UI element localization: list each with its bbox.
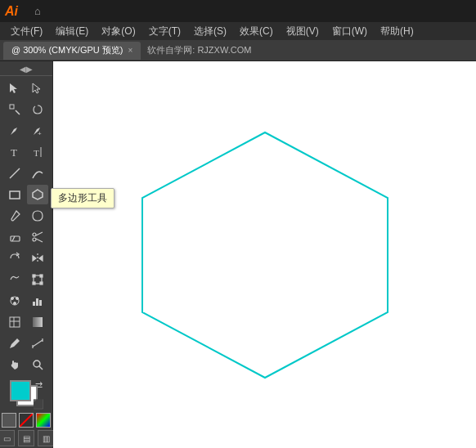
draw-behind-icon[interactable]: ▤: [18, 430, 34, 446]
menu-text[interactable]: 文字(T): [143, 23, 186, 40]
svg-line-37: [39, 366, 43, 370]
home-icon[interactable]: ⌂: [34, 5, 41, 17]
no-fill-box[interactable]: [19, 413, 34, 428]
gradient-tool[interactable]: [27, 312, 48, 332]
bottom-icons: ▭ ▤ ▥: [0, 430, 54, 446]
svg-rect-6: [10, 191, 20, 199]
menu-effect[interactable]: 效果(C): [234, 23, 279, 40]
polygon-tool[interactable]: [27, 185, 48, 204]
menu-help[interactable]: 帮助(H): [375, 23, 420, 40]
menu-select[interactable]: 选择(S): [188, 23, 232, 40]
rectangle-tool[interactable]: [4, 185, 25, 204]
tool-row-3: +: [0, 121, 52, 141]
menu-bar: 文件(F) 编辑(E) 对象(O) 文字(T) 选择(S) 效果(C) 视图(V…: [0, 22, 476, 40]
draw-inside-icon[interactable]: ▥: [38, 430, 54, 446]
tool-row-9: [0, 249, 52, 268]
tool-row-1: [0, 78, 52, 98]
scissors-tool[interactable]: [27, 227, 48, 247]
reflect-tool[interactable]: [27, 249, 48, 268]
zoom-tool[interactable]: [27, 355, 48, 374]
svg-rect-28: [39, 300, 42, 306]
menu-edit[interactable]: 编辑(E): [50, 23, 94, 40]
fill-box[interactable]: [2, 413, 16, 428]
svg-text:+: +: [38, 130, 42, 137]
type-tool[interactable]: T: [4, 142, 25, 162]
svg-line-12: [36, 232, 43, 235]
direct-selection-tool[interactable]: [27, 78, 48, 98]
tab-info: 软件自学网: RJZXW.COM: [147, 44, 251, 56]
tab-active[interactable]: @ 300% (CMYK/GPU 预览) ×: [3, 42, 141, 60]
arc-tool[interactable]: [27, 164, 48, 183]
svg-rect-26: [33, 302, 35, 306]
tool-row-11: [0, 291, 52, 311]
svg-point-36: [34, 361, 40, 367]
eraser-tool[interactable]: [4, 227, 25, 247]
blob-brush-tool[interactable]: [27, 206, 48, 226]
lasso-tool[interactable]: [27, 100, 48, 119]
gradient-box[interactable]: [36, 413, 51, 428]
svg-text:T: T: [11, 146, 17, 159]
tool-row-14: [0, 355, 52, 374]
svg-line-33: [33, 340, 43, 347]
canvas-area[interactable]: [53, 61, 476, 448]
toolbar-collapse[interactable]: ◀▶: [0, 63, 52, 76]
svg-rect-8: [11, 236, 20, 241]
menu-object[interactable]: 对象(O): [96, 23, 141, 40]
svg-line-13: [36, 239, 43, 242]
app-logo: Ai: [5, 4, 28, 19]
svg-rect-29: [10, 317, 20, 327]
reset-colors-icon[interactable]: ⬛: [33, 399, 44, 410]
symbol-tool[interactable]: [4, 291, 25, 311]
line-tool[interactable]: [4, 164, 25, 183]
svg-rect-27: [36, 298, 38, 306]
tool-row-2: [0, 100, 52, 119]
svg-rect-20: [33, 282, 35, 284]
column-graph-tool[interactable]: [27, 291, 48, 311]
svg-rect-21: [40, 282, 43, 284]
polygon-tool-tooltip: 多边形工具: [51, 188, 115, 208]
fill-stroke-row: [2, 413, 51, 428]
svg-point-23: [11, 298, 14, 300]
tool-row-12: [0, 312, 52, 332]
menu-window[interactable]: 窗口(W): [326, 23, 373, 40]
svg-marker-16: [39, 256, 43, 261]
title-bar: Ai ⌂: [0, 0, 476, 22]
svg-rect-19: [40, 275, 43, 277]
mesh-tool[interactable]: [4, 312, 25, 332]
eyedropper-tool[interactable]: [4, 334, 25, 353]
selection-tool[interactable]: [4, 78, 25, 98]
hexagon-canvas: [110, 108, 420, 402]
collapse-icon: ◀▶: [20, 65, 33, 74]
svg-point-24: [16, 298, 19, 300]
draw-normal-icon[interactable]: ▭: [0, 430, 15, 446]
tool-row-6: [0, 185, 52, 204]
tool-row-10: [0, 270, 52, 289]
svg-line-9: [12, 236, 15, 241]
tab-close-button[interactable]: ×: [128, 46, 132, 55]
color-section: ⇄ ⬛ ▭ ▤ ▥ ⊞: [0, 375, 52, 448]
foreground-color-swatch[interactable]: [10, 380, 31, 401]
tool-row-8: [0, 227, 52, 247]
tool-row-13: [0, 334, 52, 353]
menu-file[interactable]: 文件(F): [5, 23, 48, 40]
svg-text:T: T: [34, 148, 39, 158]
color-swatches: ⇄ ⬛: [8, 380, 44, 410]
svg-marker-7: [33, 190, 43, 199]
hand-tool[interactable]: [4, 355, 25, 374]
main-layout: ◀▶ +: [0, 61, 476, 448]
tab-bar: @ 300% (CMYK/GPU 预览) × 软件自学网: RJZXW.COM: [0, 40, 476, 61]
measure-tool[interactable]: [27, 334, 48, 353]
magic-wand-tool[interactable]: [4, 100, 25, 119]
vertical-type-tool[interactable]: T: [27, 142, 48, 162]
menu-view[interactable]: 视图(V): [281, 23, 325, 40]
warp-tool[interactable]: [4, 270, 25, 289]
tool-row-7: [0, 206, 52, 226]
pen-tool[interactable]: [4, 121, 25, 141]
rotate-tool[interactable]: [4, 249, 25, 268]
svg-rect-18: [33, 275, 35, 277]
paintbrush-tool[interactable]: [4, 206, 25, 226]
toolbar: ◀▶ +: [0, 61, 53, 448]
add-anchor-tool[interactable]: +: [27, 121, 48, 141]
svg-rect-0: [10, 105, 14, 109]
free-transform-tool[interactable]: [27, 270, 48, 289]
